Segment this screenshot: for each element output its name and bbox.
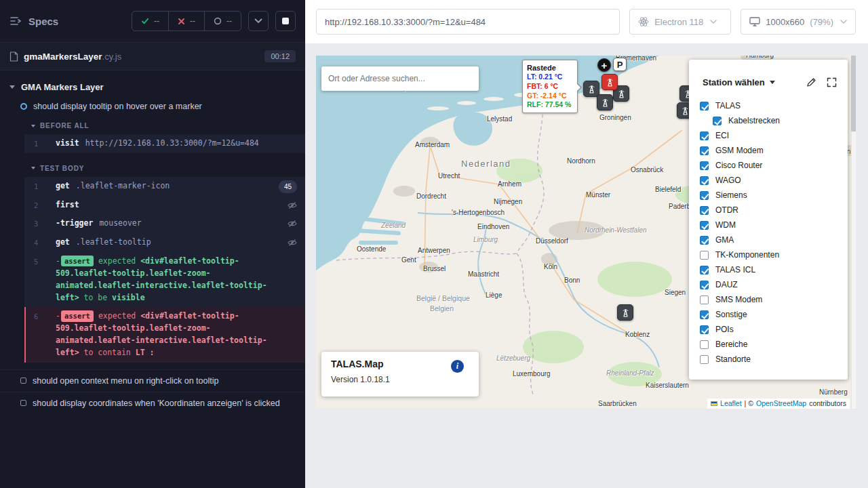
spec-extension: .cy.js	[102, 52, 122, 62]
command-text: first	[56, 199, 296, 211]
cluster-plus-marker[interactable]: +	[597, 58, 611, 72]
layer-item-standorte[interactable]: Standorte	[700, 352, 848, 367]
station-marker-highlighted[interactable]	[601, 74, 618, 90]
map-place-label: Saarbrücken	[598, 400, 637, 407]
panel-header: Station wählen	[689, 60, 848, 96]
layer-checkbox[interactable]	[700, 146, 709, 155]
layer-item-cisco-router[interactable]: Cisco Router	[700, 158, 848, 173]
layer-label: Sonstige	[715, 310, 747, 319]
layer-item-gma[interactable]: GMA	[700, 232, 848, 247]
layer-item-dauz[interactable]: DAUZ	[700, 277, 848, 292]
command-row[interactable]: 3-triggermouseover	[24, 214, 305, 233]
station-marker[interactable]	[617, 304, 633, 321]
map-place-label: Oostende	[357, 245, 386, 253]
layer-checkbox[interactable]	[700, 355, 709, 364]
command-segment: visible	[112, 293, 144, 302]
layer-item-eci[interactable]: ECI	[700, 128, 848, 143]
pending-test-icon	[20, 378, 26, 384]
map-search-input[interactable]	[328, 74, 472, 83]
spec-header: gmaMarkersLayer.cy.js 00:12	[0, 42, 305, 70]
scrollbar-thumb[interactable]	[851, 56, 856, 131]
layer-checkbox[interactable]	[700, 325, 709, 334]
layer-checkbox[interactable]	[700, 266, 709, 274]
osm-link[interactable]: OpenStreetMap	[756, 399, 806, 407]
specs-toggle-icon[interactable]	[9, 16, 22, 26]
layer-item-talas-icl[interactable]: TALAS ICL	[700, 262, 848, 277]
command-number: 4	[34, 237, 38, 248]
leaflet-link[interactable]: Leaflet	[720, 399, 742, 407]
app-version: Version 1.0.18.1	[331, 375, 469, 384]
layer-checkbox[interactable]	[700, 206, 709, 215]
browser-selector[interactable]: Electron 118	[629, 9, 731, 35]
pending-test-row[interactable]: should open context menu on right-click …	[0, 369, 305, 392]
layer-item-wago[interactable]: WAGO	[700, 173, 848, 188]
layer-item-kabelstrecken[interactable]: Kabelstrecken	[700, 113, 848, 128]
command-segment: to be	[79, 293, 112, 302]
suite-row[interactable]: GMA Markers Layer	[0, 77, 305, 97]
command-row[interactable]: 5-assertexpected <div#leaflet-tooltip-50…	[24, 252, 305, 307]
layer-checkbox[interactable]	[700, 310, 709, 319]
pending-test-row[interactable]: should display coordinates when 'Koordin…	[0, 392, 305, 414]
map-place-label: Rheinland-Pfalz	[606, 369, 654, 377]
edit-pencil-icon[interactable]	[806, 77, 816, 87]
test-body-header[interactable]: TEST BODY	[0, 159, 305, 176]
command-row[interactable]: 1get.leaflet-marker-icon45	[24, 177, 305, 196]
collapse-all-button[interactable]	[248, 11, 269, 31]
command-segment: expected	[98, 256, 140, 266]
layer-item-tk-komponenten[interactable]: TK-Komponenten	[700, 247, 848, 262]
layer-checkbox[interactable]	[700, 161, 709, 170]
layer-checkbox[interactable]	[700, 296, 709, 304]
layer-item-bereiche[interactable]: Bereiche	[700, 337, 848, 352]
station-select-dropdown[interactable]: Station wählen	[703, 77, 775, 87]
suite-title: GMA Markers Layer	[21, 82, 104, 92]
layer-checkbox[interactable]	[700, 281, 709, 289]
command-row[interactable]: 4get.leaflet-tooltip	[24, 233, 305, 252]
layer-checkbox[interactable]	[700, 176, 709, 185]
marker-tooltip[interactable]: Rastede LT: 0.21 °CFBT: 6 °CGT: -2.14 °C…	[522, 60, 578, 113]
parking-marker[interactable]: P	[613, 58, 627, 71]
layer-label: Siemens	[715, 190, 747, 200]
layer-checkbox[interactable]	[700, 236, 709, 245]
invisible-eye-icon	[288, 220, 297, 232]
map-place-label: Antwerpen	[418, 247, 450, 254]
command-segment: get	[56, 237, 70, 247]
invisible-eye-icon	[288, 239, 297, 251]
url-input[interactable]: http://192.168.10.33:3000/?m=12&u=484	[316, 9, 620, 35]
layer-checkbox[interactable]	[700, 340, 709, 349]
layer-checkbox[interactable]	[700, 191, 709, 200]
layer-item-sms-modem[interactable]: SMS Modem	[700, 292, 848, 307]
active-test-row[interactable]: should display tooltip on hover over a m…	[0, 97, 305, 116]
viewport-selector[interactable]: 1000x660 (79%)	[741, 9, 856, 35]
layer-item-otdr[interactable]: OTDR	[700, 203, 848, 218]
layer-checkbox[interactable]	[700, 131, 709, 140]
layer-item-pois[interactable]: POIs	[700, 322, 848, 337]
layer-checkbox[interactable]	[700, 102, 709, 110]
test-tree: GMA Markers Layer should display tooltip…	[0, 70, 305, 414]
layer-item-wdm[interactable]: WDM	[700, 218, 848, 232]
layer-label: OTDR	[715, 205, 738, 215]
layer-item-talas[interactable]: TALAS	[700, 98, 848, 113]
command-row[interactable]: 1visithttp://192.168.10.33:3000/?m=12&u=…	[24, 134, 305, 153]
layer-label: POIs	[715, 325, 734, 334]
specs-title[interactable]: Specs	[28, 16, 58, 27]
command-row[interactable]: 2first	[24, 196, 305, 215]
layer-item-sonstige[interactable]: Sonstige	[700, 307, 848, 322]
fullscreen-expand-icon[interactable]	[827, 77, 837, 87]
map-search-box[interactable]	[321, 66, 479, 91]
info-icon[interactable]: i	[451, 360, 464, 373]
command-row[interactable]: 6-assertexpected <div#leaflet-tooltip-50…	[24, 307, 305, 362]
layer-item-siemens[interactable]: Siemens	[700, 188, 848, 203]
leaflet-map[interactable]: HamburgBremerhavenBremenNiedersachsenHan…	[316, 56, 856, 409]
x-icon	[178, 18, 185, 25]
layer-checkbox[interactable]	[713, 117, 722, 125]
layer-checkbox[interactable]	[700, 221, 709, 230]
running-test-icon	[20, 103, 27, 110]
layer-item-gsm-modem[interactable]: GSM Modem	[700, 143, 848, 158]
before-all-header[interactable]: BEFORE ALL	[0, 116, 305, 133]
station-marker[interactable]	[597, 94, 613, 110]
layer-checkbox[interactable]	[700, 251, 709, 260]
command-number: 3	[34, 218, 38, 229]
map-scrollbar[interactable]	[851, 56, 856, 409]
stop-run-button[interactable]	[275, 11, 296, 31]
map-place-label: Lëtzebuerg	[496, 354, 530, 362]
